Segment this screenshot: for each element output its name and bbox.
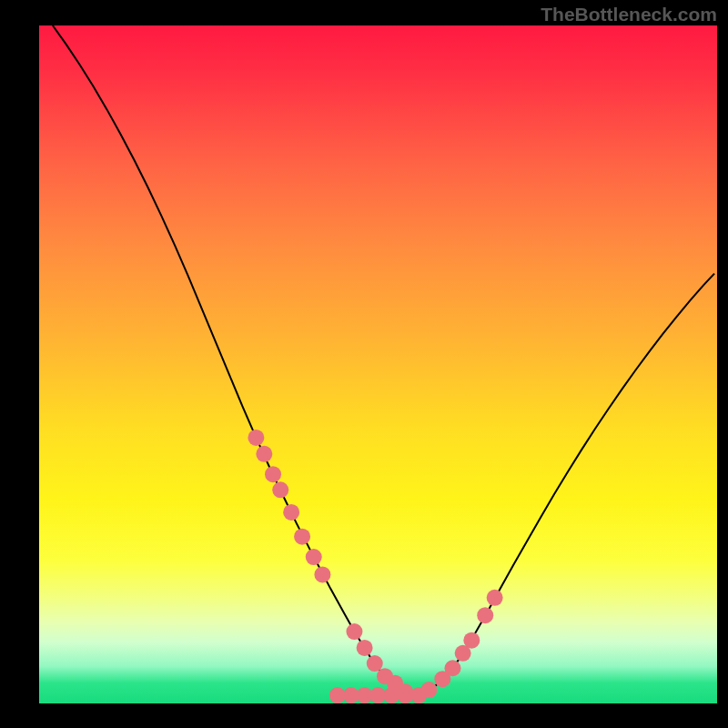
- plot-area: [39, 25, 717, 703]
- data-marker: [283, 504, 299, 521]
- bottleneck-chart: [39, 25, 717, 703]
- chart-frame: TheBottleneck.com: [0, 0, 728, 728]
- data-marker: [346, 623, 362, 640]
- data-marker: [256, 446, 272, 462]
- data-marker: [463, 632, 480, 649]
- data-marker: [272, 481, 288, 498]
- data-marker: [248, 430, 264, 446]
- data-marker: [477, 607, 493, 623]
- data-marker: [487, 590, 503, 606]
- data-marker: [367, 655, 383, 672]
- gradient-background: [39, 25, 717, 703]
- data-marker: [294, 529, 310, 545]
- watermark-text: TheBottleneck.com: [541, 4, 717, 25]
- data-marker: [265, 466, 281, 482]
- data-marker: [420, 682, 437, 698]
- data-marker: [397, 683, 413, 700]
- data-marker: [357, 640, 373, 656]
- data-marker: [306, 549, 322, 565]
- data-marker: [444, 660, 460, 676]
- data-marker: [314, 566, 330, 582]
